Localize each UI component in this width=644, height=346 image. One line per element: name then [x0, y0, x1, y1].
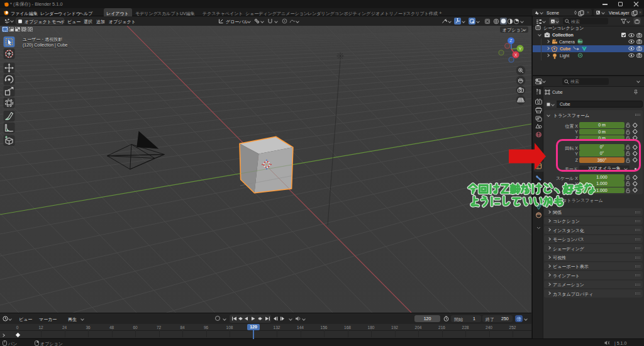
svg-text:X: X [514, 53, 518, 57]
svg-text:Z: Z [509, 38, 513, 43]
svg-text:Y: Y [519, 47, 522, 51]
